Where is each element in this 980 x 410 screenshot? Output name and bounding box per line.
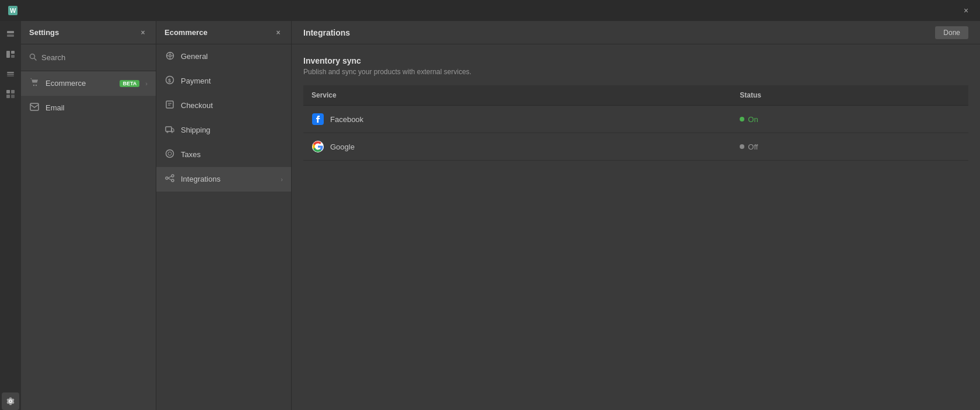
general-label: General: [181, 52, 283, 61]
ecommerce-panel-close[interactable]: ×: [274, 28, 283, 37]
svg-rect-6: [11, 55, 15, 58]
email-label: Email: [46, 103, 148, 112]
svg-rect-9: [7, 75, 14, 77]
shipping-label: Shipping: [181, 126, 283, 134]
window-close-button[interactable]: ×: [959, 4, 973, 18]
facebook-status-cell: On: [732, 106, 968, 133]
taxes-label: Taxes: [181, 150, 283, 159]
svg-point-33: [166, 150, 174, 158]
google-status-cell: Off: [732, 133, 968, 161]
integrations-label: Integrations: [181, 175, 275, 183]
settings-panel-close[interactable]: ×: [138, 28, 148, 37]
checkout-icon: [164, 100, 175, 111]
shipping-icon: [164, 124, 175, 135]
title-bar: W ×: [0, 0, 980, 21]
search-label: Search: [41, 53, 65, 62]
ecommerce-icon: [29, 78, 40, 89]
svg-rect-2: [7, 31, 14, 33]
nav-item-taxes[interactable]: Taxes: [156, 143, 291, 167]
ecommerce-panel-title: Ecommerce: [164, 28, 208, 37]
sidebar-item-sections[interactable]: [2, 46, 19, 63]
integrations-icon: [164, 173, 175, 185]
content-header: Integrations Done: [292, 21, 980, 44]
nav-item-payment[interactable]: $ Payment: [156, 69, 291, 93]
nav-item-general[interactable]: General: [156, 44, 291, 69]
content-title: Integrations: [303, 28, 350, 37]
nav-item-email[interactable]: Email: [21, 96, 156, 120]
ecommerce-label: Ecommerce: [46, 79, 114, 88]
taxes-icon: [164, 149, 175, 160]
email-icon: [29, 103, 40, 113]
svg-rect-27: [166, 101, 173, 108]
svg-rect-30: [166, 127, 172, 131]
nav-item-shipping[interactable]: Shipping: [156, 118, 291, 143]
google-status-label: Off: [748, 143, 758, 151]
ecommerce-panel-header: Ecommerce ×: [156, 21, 291, 44]
svg-rect-5: [11, 51, 15, 54]
svg-rect-7: [7, 72, 14, 73]
ecommerce-panel: Ecommerce × General $: [156, 21, 292, 410]
svg-line-38: [168, 176, 172, 179]
svg-point-31: [167, 131, 168, 133]
svg-rect-12: [6, 95, 10, 98]
status-column-header: Status: [732, 85, 968, 106]
google-status-dot: [740, 144, 744, 149]
facebook-icon: [312, 113, 324, 126]
sidebar-item-layers[interactable]: [2, 65, 19, 83]
integrations-table: Service Status: [303, 85, 968, 161]
facebook-status-label: On: [748, 115, 758, 124]
table-header-row: Service Status: [303, 85, 968, 106]
ecommerce-chevron: ›: [145, 80, 148, 87]
svg-rect-10: [6, 90, 10, 93]
section-title: Inventory sync: [303, 56, 968, 65]
svg-point-32: [172, 131, 173, 133]
done-button[interactable]: Done: [935, 26, 968, 39]
settings-panel-title: Settings: [29, 28, 59, 37]
general-icon: [164, 51, 175, 62]
nav-item-ecommerce[interactable]: Ecommerce BETA ›: [21, 71, 156, 96]
service-column-header: Service: [303, 85, 732, 106]
svg-text:$: $: [168, 78, 171, 84]
svg-line-15: [34, 58, 37, 60]
sidebar-item-components[interactable]: [2, 85, 19, 103]
nav-item-integrations[interactable]: Integrations ›: [156, 167, 291, 192]
main-layout: Settings × Search Ecommerce: [0, 21, 980, 410]
svg-point-16: [33, 85, 34, 86]
facebook-label: Facebook: [330, 115, 363, 124]
settings-panel: Settings × Search Ecommerce: [21, 21, 156, 410]
svg-rect-11: [11, 90, 15, 93]
section-subtitle: Publish and sync your products with exte…: [303, 68, 968, 76]
facebook-service-cell: Facebook: [303, 106, 732, 133]
google-label: Google: [330, 143, 355, 151]
google-service-cell: Google: [303, 133, 732, 161]
svg-rect-3: [7, 34, 14, 37]
svg-rect-13: [11, 95, 15, 98]
svg-text:W: W: [10, 7, 16, 14]
svg-point-35: [166, 177, 168, 179]
svg-point-20: [169, 54, 171, 57]
svg-point-37: [172, 179, 174, 182]
icon-sidebar: [0, 21, 21, 410]
integrations-chevron: ›: [281, 176, 283, 183]
svg-rect-8: [7, 74, 14, 75]
app-logo: W: [7, 5, 19, 16]
svg-point-34: [168, 152, 172, 155]
payment-icon: $: [164, 75, 175, 86]
svg-rect-4: [6, 51, 10, 58]
content-body: Inventory sync Publish and sync your pro…: [292, 44, 980, 410]
google-icon: [312, 140, 324, 153]
search-icon: [29, 53, 37, 62]
table-row[interactable]: Google Off: [303, 133, 968, 161]
sidebar-item-pages[interactable]: [2, 26, 19, 43]
table-row[interactable]: Facebook On: [303, 106, 968, 133]
facebook-status-dot: [740, 117, 744, 121]
sidebar-item-settings[interactable]: [2, 392, 19, 410]
search-bar[interactable]: Search: [21, 44, 156, 71]
svg-rect-18: [30, 103, 38, 110]
svg-point-17: [36, 85, 37, 86]
nav-item-checkout[interactable]: Checkout: [156, 93, 291, 118]
svg-line-39: [168, 178, 172, 180]
ecommerce-badge: BETA: [120, 80, 139, 87]
payment-label: Payment: [181, 77, 283, 85]
svg-point-36: [172, 175, 174, 177]
